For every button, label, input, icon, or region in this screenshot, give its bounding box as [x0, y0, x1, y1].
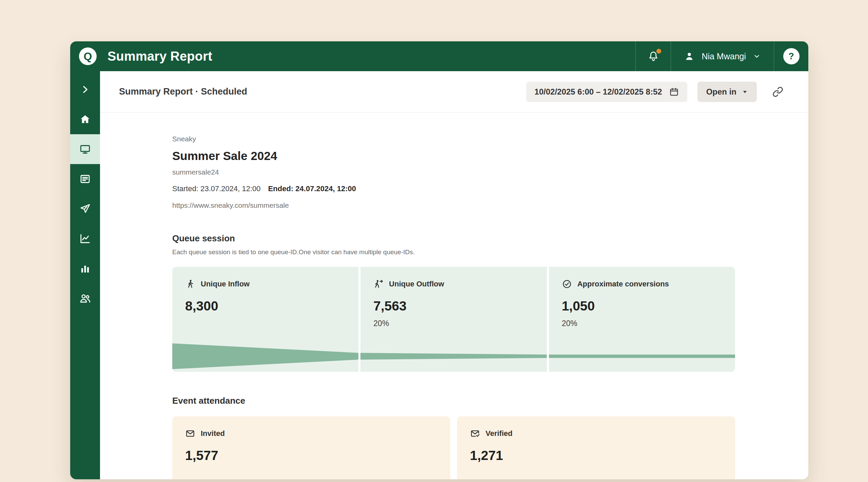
sidebar-item-broadcast[interactable] [70, 194, 100, 224]
card-label-row: Invited [185, 428, 440, 439]
date-range-text: 10/02/2025 6:00 – 12/02/2025 8:52 [534, 87, 662, 97]
panel-body: Unique Outflow 7,563 20% [360, 267, 547, 328]
sidebar-item-bar-chart[interactable] [70, 254, 100, 283]
card-label: Invited [201, 429, 225, 438]
app-window: Q Summary Report Nia Mwangi [70, 41, 808, 479]
user-icon [684, 51, 695, 62]
card-invited: Invited 1,577 [172, 416, 450, 479]
panel-label-row: Unique Inflow [185, 279, 348, 289]
body-row: Summary Report · Scheduled 10/02/2025 6:… [70, 71, 808, 479]
header-right: Nia Mwangi ? [635, 41, 808, 71]
person-exit-icon [373, 279, 383, 289]
monitor-icon [79, 143, 91, 155]
event-attendance-row: Invited 1,577 Verified 1,271 [172, 416, 735, 479]
user-name: Nia Mwangi [702, 52, 746, 61]
envelope-check-icon [470, 428, 480, 439]
panel-label-row: Unique Outflow [373, 279, 536, 289]
campaign-url: https://www.sneaky.com/summersale [172, 201, 808, 209]
event-attendance-heading: Event attendance [172, 396, 808, 406]
home-icon [79, 113, 91, 125]
panel-unique-outflow: Unique Outflow 7,563 20% [360, 267, 547, 372]
panel-unique-inflow: Unique Inflow 8,300 [172, 267, 358, 372]
queue-session-heading: Queue session [172, 233, 808, 244]
campaign-started: Started: 23.07.2024, 12:00 [172, 184, 261, 193]
link-icon [772, 86, 784, 98]
copy-link-button[interactable] [772, 86, 784, 98]
campaign-title: Summer Sale 2024 [172, 149, 808, 163]
notification-dot [656, 49, 661, 54]
content-area: Sneaky Summer Sale 2024 summersale24 Sta… [100, 113, 808, 479]
sidebar-item-home[interactable] [70, 104, 100, 134]
funnel-segment-1 [172, 341, 358, 372]
card-label: Verified [486, 429, 512, 438]
caret-down-icon [742, 89, 748, 95]
panel-approximate-conversions: Approximate conversions 1,050 20% [549, 267, 735, 372]
help-icon: ? [783, 48, 800, 64]
card-value: 1,577 [185, 448, 440, 463]
list-card-icon [79, 173, 91, 185]
panel-value: 8,300 [185, 299, 348, 314]
open-in-button[interactable]: Open in [697, 82, 757, 102]
chevron-right-icon [80, 84, 91, 95]
panel-body: Unique Inflow 8,300 [172, 267, 358, 328]
check-circle-icon [562, 279, 572, 289]
user-menu[interactable]: Nia Mwangi [671, 41, 774, 71]
app-logo-letter: Q [84, 50, 92, 63]
bell-icon [647, 50, 659, 62]
app-title: Summary Report [107, 49, 212, 64]
main-column: Summary Report · Scheduled 10/02/2025 6:… [100, 71, 808, 479]
calendar-icon [669, 87, 679, 97]
campaign-slug: summersale24 [172, 168, 808, 176]
panel-percent [185, 319, 348, 328]
app-header: Q Summary Report Nia Mwangi [70, 41, 808, 71]
panel-label: Unique Outflow [389, 280, 444, 288]
panel-label-row: Approximate conversions [562, 279, 725, 289]
panel-body: Approximate conversions 1,050 20% [549, 267, 735, 328]
sidebar-item-screens[interactable] [70, 134, 100, 164]
panel-label: Unique Inflow [201, 280, 250, 288]
sidebar-item-line-chart[interactable] [70, 224, 100, 254]
line-chart-icon [79, 233, 91, 245]
notifications-button[interactable] [635, 41, 671, 71]
card-verified: Verified 1,271 [457, 416, 735, 479]
panel-label: Approximate conversions [577, 280, 669, 288]
campaign-brand: Sneaky [172, 135, 808, 143]
panel-value: 7,563 [373, 299, 536, 314]
campaign-ended: Ended: 24.07.2024, 12:00 [268, 184, 356, 193]
panel-value: 1,050 [562, 299, 725, 314]
open-in-label: Open in [706, 87, 736, 97]
date-range-picker[interactable]: 10/02/2025 6:00 – 12/02/2025 8:52 [526, 82, 687, 102]
funnel-segment-3 [549, 341, 735, 372]
breadcrumb: Summary Report · Scheduled [119, 86, 247, 97]
bar-chart-icon [79, 262, 91, 275]
app-logo[interactable]: Q [79, 47, 97, 65]
card-value: 1,271 [470, 448, 725, 463]
sidebar [70, 71, 100, 479]
subheader: Summary Report · Scheduled 10/02/2025 6:… [100, 71, 808, 113]
sidebar-item-audience[interactable] [70, 283, 100, 313]
card-label-row: Verified [470, 428, 725, 439]
panel-percent: 20% [562, 319, 725, 328]
help-button[interactable]: ? [774, 41, 808, 71]
sidebar-item-pages[interactable] [70, 164, 100, 194]
funnel-segment-2 [360, 341, 547, 372]
people-icon [79, 292, 91, 304]
queue-session-description: Each queue session is tied to one queue-… [172, 248, 808, 256]
chevron-down-icon [753, 52, 761, 60]
send-icon [79, 203, 91, 215]
campaign-dates: Started: 23.07.2024, 12:00 Ended: 24.07.… [172, 184, 808, 193]
queue-session-card: Unique Inflow 8,300 [172, 267, 735, 372]
walking-person-icon [185, 279, 195, 289]
help-glyph: ? [788, 51, 794, 62]
panel-percent: 20% [373, 319, 536, 328]
app-header-left: Q Summary Report [70, 41, 212, 71]
sidebar-item-expand[interactable] [70, 75, 100, 104]
envelope-icon [185, 428, 195, 439]
